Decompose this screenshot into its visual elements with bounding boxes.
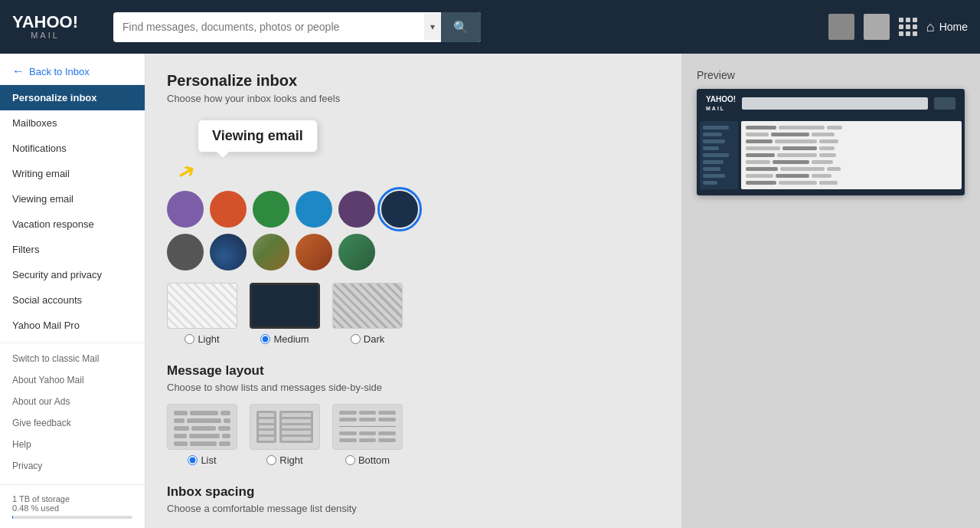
preview-window: YAHOO!MAIL xyxy=(697,89,965,195)
logo-text: YAHOO! xyxy=(12,14,78,31)
swatch-purple[interactable] xyxy=(167,191,204,228)
layout-radio-right[interactable] xyxy=(266,455,276,465)
preview-body xyxy=(697,118,965,195)
preview-logo: YAHOO!MAIL xyxy=(706,95,736,112)
theme-option-light: Light xyxy=(167,283,237,345)
preview-search-btn xyxy=(934,97,956,110)
layout-option-list: List xyxy=(167,404,237,466)
theme-option-medium: Medium xyxy=(250,283,320,345)
spacing-section-subtitle: Choose a comfortable message list densit… xyxy=(167,503,660,514)
sidebar-item-social-accounts[interactable]: Social accounts xyxy=(0,287,145,313)
layout-preview-bottom[interactable] xyxy=(332,404,403,450)
storage-info: 1 TB of storage 0.48 % used xyxy=(0,484,145,528)
sidebar-item-filters[interactable]: Filters xyxy=(0,237,145,262)
layout-section-title: Message layout xyxy=(167,363,660,379)
preview-sidebar xyxy=(700,121,738,189)
storage-bar-fill xyxy=(12,516,13,519)
swatch-earth[interactable] xyxy=(253,234,289,271)
storage-bar xyxy=(12,516,132,519)
sidebar-nav: Personalize inbox Mailboxes Notification… xyxy=(0,85,145,484)
avatar2[interactable] xyxy=(864,14,890,40)
content-area: Personalize inbox Choose how your inbox … xyxy=(145,54,681,528)
layout-label-right: Right xyxy=(279,454,302,466)
search-bar[interactable]: ▾ 🔍 xyxy=(113,12,481,42)
avatar[interactable] xyxy=(828,14,854,40)
theme-preview-light[interactable] xyxy=(167,283,237,329)
preview-header: YAHOO!MAIL xyxy=(697,89,965,118)
layout-radio-bottom[interactable] xyxy=(345,455,355,465)
preview-search-bar xyxy=(742,97,928,110)
sidebar-item-mailboxes[interactable]: Mailboxes xyxy=(0,110,145,136)
swatch-orange-red[interactable] xyxy=(210,191,247,228)
back-label: Back to Inbox xyxy=(29,66,90,77)
viewing-email-tooltip: Viewing email xyxy=(198,120,318,152)
sidebar: ← Back to Inbox Personalize inbox Mailbo… xyxy=(0,54,145,528)
sidebar-item-writing-email[interactable]: Writing email xyxy=(0,161,145,186)
theme-option-dark: Dark xyxy=(332,283,403,345)
swatch-terra[interactable] xyxy=(296,234,332,271)
theme-options: Light Medium Dark xyxy=(167,283,660,345)
sidebar-item-viewing-email[interactable]: Viewing email xyxy=(0,186,145,212)
sidebar-item-personalize-inbox[interactable]: Personalize inbox xyxy=(0,85,145,110)
sidebar-item-about-yahoo[interactable]: About Yahoo Mail xyxy=(0,369,145,391)
sidebar-item-notifications[interactable]: Notifications xyxy=(0,136,145,161)
page-title: Personalize inbox xyxy=(167,72,660,90)
header: YAHOO! MAIL ▾ 🔍 ⌂ Home xyxy=(0,0,980,54)
layout-section-subtitle: Choose to show lists and messages side-b… xyxy=(167,382,660,393)
sidebar-item-security-privacy[interactable]: Security and privacy xyxy=(0,262,145,287)
logo-mail: MAIL xyxy=(12,31,78,40)
storage-used: 0.48 % used xyxy=(12,503,132,513)
theme-label-light: Light xyxy=(198,333,219,345)
preview-panel: Preview YAHOO!MAIL xyxy=(681,54,980,528)
swatch-blue[interactable] xyxy=(296,191,332,228)
logo: YAHOO! MAIL xyxy=(12,14,104,40)
swatch-dark-gray[interactable] xyxy=(167,234,204,271)
swatches-row-1 xyxy=(167,191,660,228)
search-dropdown-btn[interactable]: ▾ xyxy=(424,14,441,40)
sidebar-item-give-feedback[interactable]: Give feedback xyxy=(0,412,145,434)
sidebar-item-privacy[interactable]: Privacy xyxy=(0,455,145,477)
theme-radio-medium[interactable] xyxy=(260,334,270,344)
swatches-row-2 xyxy=(167,234,660,271)
theme-radio-light[interactable] xyxy=(185,334,194,344)
layout-options: List Right xyxy=(167,404,660,466)
preview-list xyxy=(741,121,962,189)
home-button[interactable]: ⌂ Home xyxy=(926,19,968,35)
layout-label-bottom: Bottom xyxy=(358,454,390,466)
sidebar-item-about-ads[interactable]: About our Ads xyxy=(0,391,145,412)
sidebar-item-switch-classic[interactable]: Switch to classic Mail xyxy=(0,348,145,369)
swatch-dark-blue[interactable] xyxy=(381,191,418,228)
layout-option-bottom: Bottom xyxy=(332,404,403,466)
search-input[interactable] xyxy=(113,13,424,41)
swatch-ocean-dark[interactable] xyxy=(210,234,247,271)
home-icon: ⌂ xyxy=(926,19,935,35)
theme-preview-medium[interactable] xyxy=(250,283,320,329)
theme-label-medium: Medium xyxy=(273,333,309,345)
home-label: Home xyxy=(939,21,968,33)
sidebar-item-vacation-response[interactable]: Vacation response xyxy=(0,212,145,237)
theme-label-dark: Dark xyxy=(364,333,384,345)
back-to-inbox[interactable]: ← Back to Inbox xyxy=(0,54,145,85)
swatch-green[interactable] xyxy=(253,191,289,228)
sidebar-item-yahoo-mail-pro[interactable]: Yahoo Mail Pro xyxy=(0,313,145,338)
layout-preview-list[interactable] xyxy=(167,404,237,450)
swatch-forest[interactable] xyxy=(338,234,375,271)
sidebar-divider xyxy=(0,343,145,343)
apps-icon[interactable] xyxy=(899,18,917,36)
theme-preview-dark[interactable] xyxy=(332,283,403,329)
header-right: ⌂ Home xyxy=(828,14,968,40)
swatch-dark-purple[interactable] xyxy=(338,191,375,228)
layout-radio-list[interactable] xyxy=(188,455,198,465)
page-subtitle: Choose how your inbox looks and feels xyxy=(167,93,660,104)
main-layout: ← Back to Inbox Personalize inbox Mailbo… xyxy=(0,54,980,528)
spacing-section-title: Inbox spacing xyxy=(167,484,660,500)
layout-preview-right[interactable] xyxy=(250,404,320,450)
tooltip-text: Viewing email xyxy=(212,128,303,143)
theme-radio-dark[interactable] xyxy=(351,334,361,344)
layout-option-right: Right xyxy=(250,404,320,466)
layout-label-list: List xyxy=(201,454,216,466)
storage-label: 1 TB of storage xyxy=(12,494,132,503)
sidebar-item-help[interactable]: Help xyxy=(0,434,145,455)
search-submit-btn[interactable]: 🔍 xyxy=(441,12,481,42)
preview-label: Preview xyxy=(697,69,965,81)
